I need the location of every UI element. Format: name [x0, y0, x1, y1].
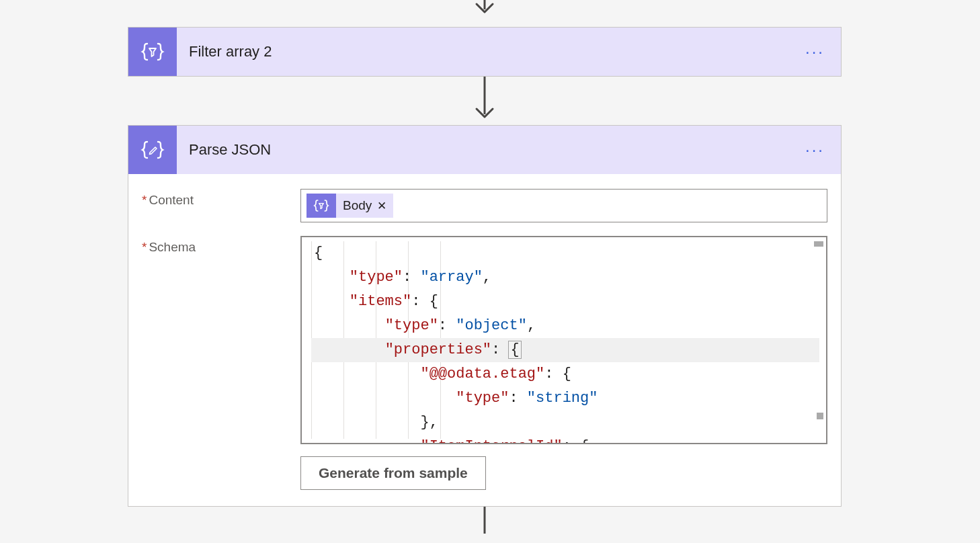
- code-line: "type": "string": [311, 386, 819, 411]
- step-title: Filter array 2: [189, 43, 272, 60]
- dynamic-content-token[interactable]: Body ✕: [307, 194, 393, 218]
- field-row-schema: *Schema { "type": "array", "items": [142, 236, 827, 490]
- code-line: {: [311, 241, 819, 265]
- braces-filter-icon: [128, 28, 177, 76]
- field-row-content: *Content Body: [142, 189, 827, 222]
- code-line: "properties": {: [311, 338, 819, 362]
- content-input[interactable]: Body ✕: [300, 189, 827, 222]
- step-header[interactable]: Parse JSON ···: [128, 126, 841, 174]
- braces-edit-icon: [128, 126, 177, 174]
- code-line: },: [311, 411, 819, 435]
- flow-step-parse-json[interactable]: Parse JSON ··· *Content: [128, 125, 842, 507]
- flow-canvas: Filter array 2 ··· Parse JSON ···: [128, 0, 842, 534]
- flow-step-filter-array-2[interactable]: Filter array 2 ···: [128, 27, 842, 77]
- connector-arrow-in: [471, 0, 498, 27]
- token-label: Body: [343, 198, 372, 213]
- step-more-menu[interactable]: ···: [805, 44, 825, 60]
- code-line: "ItemInternalId": {: [311, 435, 819, 444]
- code-line: "type": "array",: [311, 265, 819, 290]
- connector-arrow-out: [128, 507, 842, 534]
- required-star: *: [142, 193, 147, 207]
- step-body: *Content Body: [128, 174, 841, 506]
- field-label: *Schema: [142, 236, 300, 255]
- step-title: Parse JSON: [189, 141, 271, 159]
- braces-filter-icon: [307, 194, 336, 218]
- code-line: "@@odata.etag": {: [311, 362, 819, 386]
- required-star: *: [142, 240, 147, 254]
- generate-from-sample-button[interactable]: Generate from sample: [300, 456, 486, 490]
- connector-arrow: [128, 77, 842, 125]
- code-line: "items": {: [311, 290, 819, 314]
- step-header[interactable]: Filter array 2 ···: [128, 28, 841, 76]
- schema-code-editor[interactable]: { "type": "array", "items": { "type": "o…: [300, 236, 827, 444]
- token-remove-icon[interactable]: ✕: [377, 199, 386, 213]
- step-more-menu[interactable]: ···: [805, 142, 825, 158]
- field-label: *Content: [142, 189, 300, 208]
- code-line: "type": "object",: [311, 314, 819, 338]
